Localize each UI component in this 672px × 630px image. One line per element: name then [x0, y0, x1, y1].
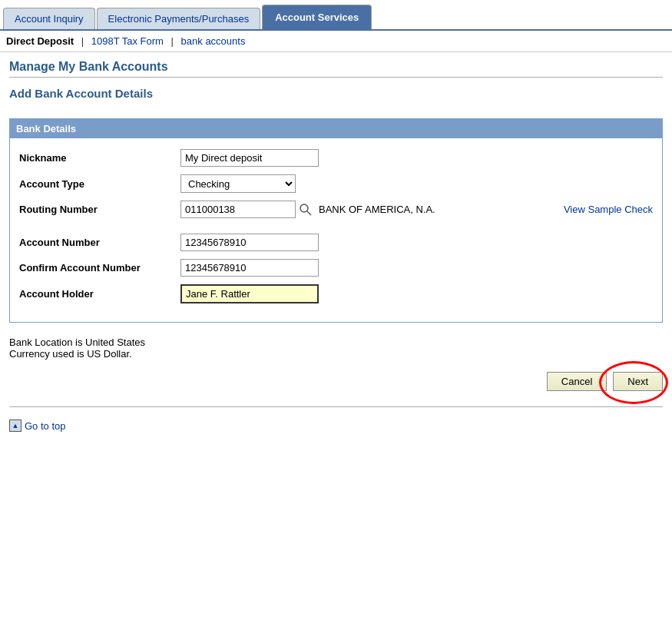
routing-row-extra: BANK OF AMERICA, N.A. View Sample Check	[180, 201, 653, 218]
go-to-top-icon: ▲	[9, 419, 22, 432]
sub-heading: Add Bank Account Details	[9, 87, 663, 100]
account-number-row: Account Number	[19, 234, 653, 251]
tab-account-inquiry[interactable]: Account Inquiry	[3, 8, 95, 29]
account-holder-label: Account Holder	[19, 288, 180, 300]
account-holder-input[interactable]	[180, 284, 319, 303]
separator-1: |	[81, 35, 87, 47]
footer-info: Bank Location is United States Currency …	[0, 332, 672, 364]
nickname-input[interactable]	[180, 149, 319, 167]
view-sample-check-link[interactable]: View Sample Check	[564, 204, 653, 215]
footer-line2: Currency used is US Dollar.	[9, 348, 663, 360]
tab-electronic-payments[interactable]: Electronic Payments/Purchases	[97, 8, 261, 29]
footer-line1: Bank Location is United States	[9, 337, 663, 348]
button-row: Cancel Next	[0, 364, 672, 399]
svg-line-1	[307, 211, 311, 215]
bank-details-header: Bank Details	[10, 119, 662, 138]
bottom-divider	[9, 406, 663, 407]
nickname-row: Nickname	[19, 149, 653, 167]
routing-label: Routing Number	[19, 204, 180, 215]
page-section: Manage My Bank Accounts Add Bank Account…	[0, 52, 672, 118]
routing-row: Routing Number BANK OF AMERICA, N.A. Vie…	[19, 201, 653, 218]
subnav-current: Direct Deposit	[6, 35, 74, 47]
account-number-label: Account Number	[19, 237, 180, 248]
subnav-bank-accounts[interactable]: bank accounts	[181, 35, 246, 47]
account-type-row: Account Type Checking Savings	[19, 174, 653, 193]
confirm-account-row: Confirm Account Number	[19, 259, 653, 277]
go-to-top-link[interactable]: Go to top	[25, 420, 65, 432]
tab-account-services[interactable]: Account Services	[262, 5, 372, 29]
account-holder-row: Account Holder	[19, 284, 653, 303]
confirm-account-label: Confirm Account Number	[19, 262, 180, 274]
next-button-wrapper: Next	[613, 372, 663, 391]
bank-details-container: Bank Details Nickname Account Type Check…	[9, 118, 663, 323]
go-to-top-section: ▲ Go to top	[0, 415, 672, 441]
confirm-account-input[interactable]	[180, 259, 319, 277]
search-icon[interactable]	[299, 203, 313, 217]
routing-input[interactable]	[180, 201, 296, 218]
account-type-label: Account Type	[19, 178, 180, 190]
subnav-tax-form[interactable]: 1098T Tax Form	[91, 35, 164, 47]
bank-name: BANK OF AMERICA, N.A.	[319, 204, 435, 215]
subnav: Direct Deposit | 1098T Tax Form | bank a…	[0, 29, 672, 52]
page-heading: Manage My Bank Accounts	[9, 60, 663, 78]
tab-bar: Account Inquiry Electronic Payments/Purc…	[0, 0, 672, 29]
separator-2: |	[171, 35, 177, 47]
nickname-label: Nickname	[19, 152, 180, 164]
svg-point-0	[300, 204, 308, 212]
cancel-button[interactable]: Cancel	[547, 372, 607, 391]
account-number-input[interactable]	[180, 234, 319, 251]
next-button[interactable]: Next	[613, 372, 663, 391]
account-type-select[interactable]: Checking Savings	[180, 174, 296, 193]
bank-details-body: Nickname Account Type Checking Savings R…	[10, 138, 662, 322]
